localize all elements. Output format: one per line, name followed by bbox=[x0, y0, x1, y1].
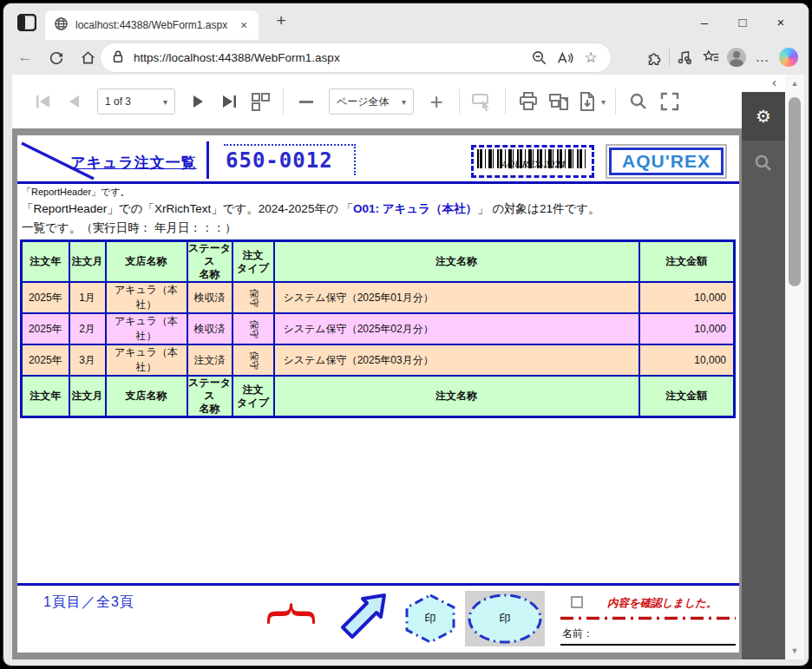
barcode: AQUREX-2024 bbox=[471, 145, 594, 178]
media-controls-icon[interactable] bbox=[671, 46, 697, 69]
report-line3: 一覧です。（実行日時： 年月日：：：） bbox=[22, 220, 236, 236]
zoom-out-icon[interactable] bbox=[527, 49, 550, 68]
divider bbox=[669, 49, 670, 66]
brace-shape: { bbox=[264, 595, 324, 632]
col-order-name: 注文名称 bbox=[274, 376, 639, 417]
titlebar: localhost:44388/WebForm1.aspx × + – □ × bbox=[3, 3, 809, 40]
cell-year: 2025年 bbox=[22, 282, 69, 313]
line2-prefix: 「ReportHeader」での「XrRichText」です。2024-2025… bbox=[22, 202, 353, 215]
collections-icon[interactable] bbox=[697, 46, 724, 69]
multipage-view-icon[interactable] bbox=[247, 87, 273, 116]
document-area: アキュラ注文一覧 650-0012 AQUREX-2024 AQU'REX 「R… bbox=[12, 128, 742, 659]
read-aloud-icon[interactable] bbox=[553, 49, 576, 68]
previous-page-button[interactable] bbox=[62, 87, 88, 116]
report-title: アキュラ注文一覧 bbox=[57, 153, 210, 173]
export-button[interactable]: ▾ bbox=[578, 87, 606, 116]
cell-type: 保守 bbox=[232, 344, 274, 376]
settings-tab[interactable]: ⚙ bbox=[742, 92, 785, 141]
search-button[interactable] bbox=[625, 87, 652, 116]
col-order-type: 注文 タイプ bbox=[232, 241, 274, 283]
confirm-text: 内容を確認しました。 bbox=[607, 596, 717, 611]
chevron-down-icon: ▾ bbox=[601, 97, 606, 107]
page-selector[interactable]: 1 of 3 ▾ bbox=[97, 89, 175, 115]
last-page-button[interactable] bbox=[216, 87, 242, 116]
cell-branch: アキュラ（本社） bbox=[106, 313, 187, 344]
postal-code: 650-0012 bbox=[226, 148, 333, 173]
tab-close-icon[interactable]: × bbox=[236, 18, 252, 32]
divider bbox=[615, 89, 616, 115]
confirmation-block: 内容を確認しました。 名前： bbox=[560, 594, 736, 647]
cell-amount: 10,000 bbox=[639, 313, 735, 344]
divider bbox=[459, 89, 460, 115]
url-bar[interactable]: https://localhost:44388/WebForm1.aspx ☆ bbox=[101, 43, 611, 72]
cell-order-name: システム保守（2025年03月分） bbox=[274, 344, 639, 376]
col-order-type: 注文 タイプ bbox=[232, 376, 274, 417]
chevron-down-icon: ▾ bbox=[154, 97, 167, 107]
header-divider bbox=[206, 141, 209, 179]
close-button[interactable]: × bbox=[762, 9, 800, 35]
vertical-scrollbar[interactable]: ▲ ▼ bbox=[785, 75, 804, 659]
zoom-mode-selector[interactable]: ページ全体 ▾ bbox=[329, 89, 414, 115]
cell-year: 2025年 bbox=[22, 313, 69, 344]
search-tab[interactable] bbox=[742, 141, 785, 189]
col-order-month: 注文月 bbox=[69, 241, 106, 283]
browser-tab[interactable]: localhost:44388/WebForm1.aspx × bbox=[45, 10, 259, 40]
cell-amount: 10,000 bbox=[639, 282, 735, 313]
back-icon[interactable]: ← bbox=[16, 48, 35, 67]
report-page: アキュラ注文一覧 650-0012 AQUREX-2024 AQU'REX 「R… bbox=[17, 135, 739, 653]
more-menu-icon[interactable]: … bbox=[750, 46, 776, 69]
collapse-panel-icon[interactable]: ‹ bbox=[742, 75, 785, 92]
report-line2: 「ReportHeader」での「XrRichText」です。2024-2025… bbox=[22, 201, 600, 217]
minimize-button[interactable]: – bbox=[685, 9, 724, 35]
postal-code-box: 650-0012 bbox=[224, 144, 356, 175]
cell-type-text: 保守 bbox=[246, 351, 259, 370]
fullscreen-button[interactable] bbox=[657, 87, 683, 116]
col-status-name: ステータス 名称 bbox=[187, 241, 232, 283]
cell-month: 3月 bbox=[69, 344, 106, 376]
scroll-up-icon[interactable]: ▲ bbox=[785, 79, 804, 88]
lock-icon[interactable] bbox=[111, 49, 125, 68]
favorite-star-icon[interactable]: ☆ bbox=[580, 49, 602, 68]
report-viewer: 1 of 3 ▾ ページ全体 ▾ + bbox=[12, 75, 804, 659]
ellipse-stamp: 印 bbox=[465, 591, 545, 646]
refresh-icon[interactable] bbox=[47, 48, 66, 67]
cell-status: 注文済 bbox=[187, 344, 232, 376]
highlight-editing-fields-icon[interactable] bbox=[469, 87, 495, 116]
brace-glyph: { bbox=[268, 597, 320, 630]
first-page-button[interactable] bbox=[30, 87, 56, 116]
logo-text: AQU'REX bbox=[609, 148, 724, 175]
col-order-year: 注文年 bbox=[22, 376, 69, 417]
cell-branch: アキュラ（本社） bbox=[106, 282, 187, 313]
line2-suffix: 」 の対象は21件です。 bbox=[477, 202, 600, 215]
scroll-down-icon[interactable]: ▼ bbox=[785, 646, 804, 655]
footer-rule bbox=[17, 583, 739, 586]
maximize-button[interactable]: □ bbox=[724, 9, 762, 35]
cell-year: 2025年 bbox=[22, 344, 69, 376]
copilot-icon[interactable] bbox=[776, 46, 802, 69]
print-button[interactable] bbox=[515, 87, 541, 116]
name-underline bbox=[560, 644, 736, 646]
profile-avatar[interactable] bbox=[724, 46, 750, 69]
print-page-button[interactable] bbox=[547, 87, 573, 116]
col-order-amount: 注文金額 bbox=[639, 241, 735, 283]
extensions-icon[interactable] bbox=[641, 46, 667, 69]
stamp-text: 印 bbox=[403, 593, 458, 645]
zoom-in-button[interactable]: + bbox=[423, 87, 449, 116]
table-row: 2025年 2月 アキュラ（本社） 検収済 保守 システム保守（2025年02月… bbox=[22, 313, 735, 344]
line2-highlight: O01: アキュラ（本社） bbox=[353, 202, 477, 215]
next-page-button[interactable] bbox=[185, 87, 211, 116]
stamp-text: 印 bbox=[465, 591, 545, 646]
confirm-checkbox[interactable] bbox=[571, 596, 583, 608]
new-tab-button[interactable]: + bbox=[271, 11, 291, 30]
tab-actions-icon[interactable] bbox=[17, 14, 36, 31]
col-order-name: 注文名称 bbox=[274, 241, 639, 283]
home-icon[interactable] bbox=[78, 48, 97, 67]
zoom-out-button[interactable] bbox=[293, 87, 319, 116]
url-text[interactable]: https://localhost:44388/WebForm1.aspx bbox=[134, 51, 524, 64]
table-row: 2025年 1月 アキュラ（本社） 検収済 保守 システム保守（2025年01月… bbox=[22, 282, 735, 313]
col-branch-name: 支店名称 bbox=[106, 376, 187, 417]
table-header-row: 注文年 注文月 支店名称 ステータス 名称 注文 タイプ 注文名称 注文金額 bbox=[22, 241, 735, 283]
divider bbox=[283, 89, 284, 115]
scrollbar-thumb[interactable] bbox=[789, 97, 801, 286]
addressbar: ← https://localhost:44388/WebForm1.aspx … bbox=[3, 40, 809, 75]
